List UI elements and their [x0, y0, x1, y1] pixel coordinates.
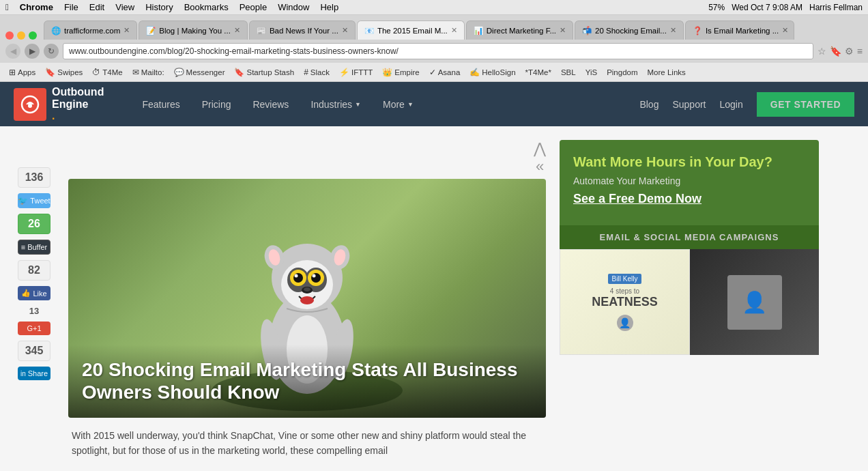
- bookmark-morelinks[interactable]: More Links: [644, 67, 689, 78]
- ad-left-image: Bill Kelly 4 steps to NEATNESS 👤: [560, 249, 690, 355]
- nav-pricing[interactable]: Pricing: [191, 82, 242, 126]
- bookmark-hellosign[interactable]: ✍ HelloSign: [466, 66, 519, 78]
- app-name[interactable]: Chrome: [20, 2, 53, 12]
- t4me-icon: ⏱: [92, 68, 100, 77]
- nav-industries[interactable]: Industries ▼: [300, 82, 372, 126]
- tab-20shocking[interactable]: 📬 20 Shocking Email... ✕: [575, 20, 684, 40]
- bookmark-swipes[interactable]: 🔖 Swipes: [42, 66, 86, 78]
- bookmark-startupstash[interactable]: 🔖 Startup Stash: [231, 66, 298, 78]
- logo-line1: Outbound: [52, 86, 104, 98]
- like-label: Like: [33, 289, 46, 298]
- tab-close-icon[interactable]: ✕: [782, 26, 788, 35]
- apple-menu-icon[interactable]: : [5, 2, 9, 12]
- bookmark-sbl[interactable]: SBL: [558, 67, 579, 78]
- tab-trafficforme[interactable]: 🌐 trafficforme.com ✕: [44, 20, 137, 40]
- bookmark-label: Slack: [310, 68, 330, 76]
- google-plus-button[interactable]: G+1: [18, 322, 50, 335]
- view-menu[interactable]: View: [115, 2, 134, 12]
- window-menu[interactable]: Window: [278, 2, 309, 12]
- bookmark-label: Pingdom: [607, 68, 637, 76]
- help-menu[interactable]: Help: [320, 2, 338, 12]
- svg-point-1: [28, 104, 32, 108]
- bookmark-mailto[interactable]: ✉ Mailto:: [129, 66, 168, 78]
- address-input[interactable]: [63, 43, 813, 59]
- person-photo: 👤: [727, 275, 782, 330]
- facebook-like-button[interactable]: 👍 Like: [18, 286, 50, 300]
- tab-blog[interactable]: 📝 Blog | Making You ... ✕: [139, 20, 248, 40]
- address-icons: ☆ 🔖 ⚙ ≡: [818, 46, 863, 57]
- get-started-button[interactable]: GET STARTED: [757, 92, 854, 117]
- person-avatar: 👤: [617, 315, 633, 331]
- tab-favicon: 📧: [364, 26, 374, 35]
- file-menu[interactable]: File: [64, 2, 78, 12]
- tweet-button[interactable]: 🐦 Tweet: [18, 193, 50, 208]
- linkedin-share-button[interactable]: in Share: [18, 367, 50, 380]
- bookmark-label: HelloSign: [482, 68, 515, 76]
- bookmark-asana[interactable]: ✓ Asana: [426, 66, 464, 78]
- bookmark-label: More Links: [648, 68, 686, 76]
- bookmark-ifttt[interactable]: ⚡ IFTTT: [336, 66, 376, 78]
- logo-icon: [14, 88, 46, 121]
- bookmarks-bar: ⊞ Apps 🔖 Swipes ⏱ T4Me ✉ Mailto: 💬 Messe…: [0, 63, 868, 82]
- nav-features[interactable]: Features: [131, 82, 190, 126]
- forward-button[interactable]: ▶: [25, 44, 40, 59]
- nav-blog[interactable]: Blog: [639, 99, 659, 110]
- tab-2015email[interactable]: 📧 The 2015 Email M... ✕: [357, 20, 465, 40]
- tab-close-icon[interactable]: ✕: [234, 26, 240, 35]
- menu-icon[interactable]: ≡: [857, 46, 863, 57]
- back-icon[interactable]: «: [536, 158, 544, 175]
- people-menu[interactable]: People: [240, 2, 267, 12]
- more-dropdown-arrow: ▼: [407, 101, 414, 108]
- tab-close-icon[interactable]: ✕: [124, 26, 130, 35]
- site-nav: Outbound Engine. Features Pricing Review…: [0, 82, 868, 126]
- bookmark-empire[interactable]: 👑 Empire: [379, 66, 422, 78]
- ad-cta-link[interactable]: See a Free Demo Now: [573, 192, 805, 206]
- mailto-icon: ✉: [132, 68, 139, 77]
- site-logo[interactable]: Outbound Engine.: [14, 86, 104, 122]
- tab-close-icon[interactable]: ✕: [670, 26, 676, 35]
- bookmarks-menu[interactable]: Bookmarks: [184, 2, 229, 12]
- nav-reviews[interactable]: Reviews: [242, 82, 300, 126]
- bookmark-icon[interactable]: 🔖: [830, 46, 841, 57]
- tab-favicon: 📬: [582, 26, 592, 35]
- svg-point-16: [304, 287, 310, 291]
- tab-close-icon[interactable]: ✕: [451, 26, 457, 35]
- reload-button[interactable]: ↻: [44, 44, 59, 59]
- nav-login[interactable]: Login: [719, 99, 742, 110]
- back-button[interactable]: ◀: [5, 44, 20, 59]
- bookmark-label: Swipes: [57, 68, 83, 76]
- back-navigation: ⋀ «: [68, 140, 546, 179]
- twitter-share-count: 26: [18, 214, 50, 234]
- bookmark-slack[interactable]: # Slack: [300, 66, 333, 78]
- nav-more[interactable]: More ▼: [372, 82, 424, 126]
- article-title: 20 Shocking Email Marketing Stats All Bu…: [82, 358, 532, 404]
- tab-close-icon[interactable]: ✕: [560, 26, 566, 35]
- minimize-button[interactable]: [17, 31, 25, 40]
- messenger-icon: 💬: [174, 68, 184, 77]
- close-button[interactable]: [5, 31, 14, 40]
- history-menu[interactable]: History: [145, 2, 173, 12]
- maximize-button[interactable]: [29, 31, 37, 40]
- star-icon[interactable]: ☆: [818, 46, 826, 57]
- logo-line2: Engine.: [52, 98, 104, 122]
- bookmark-yis[interactable]: YiS: [582, 67, 601, 78]
- bookmark-label: *T4Me*: [525, 68, 551, 76]
- bookmark-messenger[interactable]: 💬 Messenger: [171, 66, 229, 78]
- bookmark-label: IFTTT: [351, 68, 373, 76]
- tab-close-icon[interactable]: ✕: [342, 26, 348, 35]
- buffer-button[interactable]: ≡ Buffer: [18, 240, 50, 255]
- tab-directmarketing[interactable]: 📊 Direct Marketing F... ✕: [466, 20, 573, 40]
- bookmark-apps[interactable]: ⊞ Apps: [5, 66, 39, 78]
- edit-menu[interactable]: Edit: [89, 2, 104, 12]
- nav-support[interactable]: Support: [672, 99, 706, 110]
- extension-icon[interactable]: ⚙: [845, 46, 854, 57]
- tab-isemailmarketing[interactable]: ❓ Is Email Marketing ... ✕: [685, 20, 794, 40]
- bookmark-label: Messenger: [186, 68, 225, 76]
- bookmark-t4me[interactable]: ⏱ T4Me: [89, 66, 126, 78]
- scroll-up-icon[interactable]: ⋀: [534, 140, 546, 158]
- datetime: Wed Oct 7 9:08 AM: [732, 3, 802, 12]
- tab-badnews[interactable]: 📰 Bad News If Your ... ✕: [249, 20, 356, 40]
- bookmark-pingdom[interactable]: Pingdom: [603, 67, 641, 78]
- bookmark-t4me2[interactable]: *T4Me*: [522, 67, 555, 78]
- bookmark-label: Apps: [18, 68, 35, 76]
